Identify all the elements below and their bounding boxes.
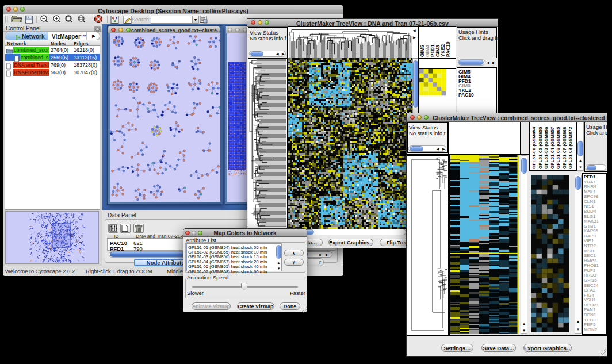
svg-text:GPL51-04 (GSM857: GPL51-04 (GSM857: [550, 127, 555, 169]
svg-text:GPL51-08 (GSM872: GPL51-08 (GSM872: [568, 127, 573, 169]
svg-text:GPL51-07 (GSM868: GPL51-07 (GSM868: [562, 127, 567, 169]
svg-text:GPL51-02 (GSM855: GPL51-02 (GSM855: [538, 127, 543, 169]
svg-text:GPL51-03 (GSM856: GPL51-03 (GSM856: [544, 127, 549, 169]
svg-text:GPL51-01 (GSM854: GPL51-01 (GSM854: [531, 127, 537, 169]
svg-text:GPL51-06 (GSM865: GPL51-06 (GSM865: [556, 127, 561, 169]
svg-text:PAC10: PAC10: [445, 41, 451, 57]
